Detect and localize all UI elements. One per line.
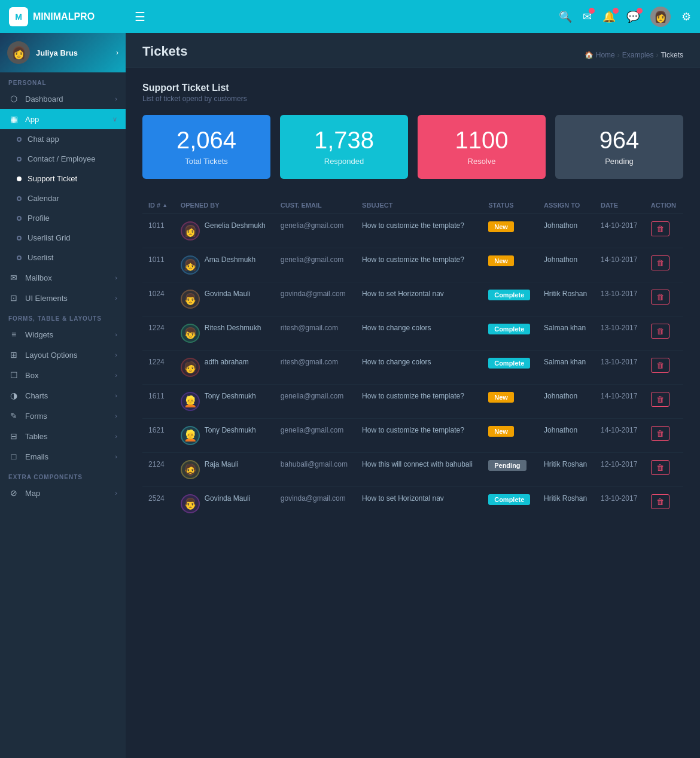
- cell-subject: How to change colors: [356, 316, 482, 351]
- sidebar-label-box: Box: [25, 371, 109, 380]
- sidebar-label-charts: Charts: [25, 391, 109, 400]
- delete-button[interactable]: 🗑: [651, 255, 669, 270]
- avatar-emoji: 👦: [184, 327, 197, 340]
- bell-icon-button[interactable]: 🔔: [602, 10, 616, 23]
- user-panel[interactable]: 👩 Juliya Brus ›: [0, 33, 126, 72]
- sidebar-item-tables[interactable]: ⊟ Tables ›: [0, 426, 126, 446]
- breadcrumb-current: Tickets: [661, 51, 683, 59]
- sidebar-item-box[interactable]: ☐ Box ›: [0, 365, 126, 385]
- breadcrumb-home: Home: [596, 51, 615, 59]
- sidebar-item-mailbox[interactable]: ✉ Mailbox ›: [0, 267, 126, 288]
- opener-name: Tony Deshmukh: [205, 392, 256, 400]
- opener-name: Tony Deshmukh: [205, 426, 256, 434]
- status-badge: Pending: [488, 460, 526, 471]
- chat-icon-button[interactable]: 💬: [626, 10, 640, 23]
- opener-name: Genelia Deshmukh: [205, 221, 266, 230]
- status-badge: New: [488, 221, 514, 232]
- userlist-grid-dot: [17, 236, 22, 241]
- delete-button[interactable]: 🗑: [651, 358, 669, 373]
- sidebar-item-calendar[interactable]: Calendar: [0, 188, 126, 208]
- cell-status: Complete: [482, 487, 538, 521]
- sidebar-item-app[interactable]: ▦ App ∨: [0, 109, 126, 129]
- delete-button[interactable]: 🗑: [651, 392, 669, 407]
- status-badge: New: [488, 392, 514, 403]
- cell-date: 14-10-2017: [595, 385, 645, 419]
- opener-avatar: 🧔: [181, 460, 200, 479]
- sidebar-item-layout[interactable]: ⊞ Layout Options ›: [0, 345, 126, 365]
- sidebar-label-dashboard: Dashboard: [25, 95, 109, 103]
- cell-subject: How to set Horizontal nav: [356, 282, 482, 316]
- avatar-emoji: 👧: [184, 258, 197, 272]
- charts-chevron: ›: [115, 392, 117, 399]
- dashboard-icon: ⬡: [8, 94, 19, 103]
- delete-button[interactable]: 🗑: [651, 426, 669, 441]
- cell-assign: Hritik Roshan: [538, 282, 595, 316]
- sidebar-item-userlist-grid[interactable]: Userlist Grid: [0, 228, 126, 248]
- avatar-emoji: 🧔: [184, 463, 197, 476]
- sidebar-item-support-ticket[interactable]: Support Ticket: [0, 169, 126, 188]
- forms-icon: ✎: [8, 411, 19, 421]
- cell-opened-by: 🧔 Raja Mauli: [175, 453, 275, 487]
- breadcrumb-home-icon: 🏠: [585, 51, 594, 59]
- col-subject: Sbuject: [356, 197, 482, 214]
- cell-assign: Salman khan: [538, 316, 595, 351]
- sidebar-item-ui-elements[interactable]: ⊡ UI Elements ›: [0, 288, 126, 308]
- opener-name: Raja Mauli: [205, 460, 239, 468]
- app-name: MINIMALPRO: [33, 11, 95, 22]
- stat-cards: 2,064 Total Tickets 1,738 Responded 1100…: [142, 115, 683, 179]
- section-title: Support Ticket List: [142, 83, 683, 93]
- cell-subject: How to customize the template?: [356, 248, 482, 282]
- widgets-chevron: ›: [115, 331, 117, 338]
- mail-icon-button[interactable]: ✉: [583, 10, 592, 23]
- sidebar-item-userlist[interactable]: Userlist: [0, 248, 126, 267]
- sidebar-item-map[interactable]: ⊘ Map ›: [0, 483, 126, 503]
- status-badge: New: [488, 426, 514, 437]
- stat-card-total: 2,064 Total Tickets: [142, 115, 270, 179]
- avatar-emoji: 👱: [184, 395, 197, 408]
- sidebar-item-emails[interactable]: □ Emails ›: [0, 446, 126, 467]
- sidebar-item-contact-employee[interactable]: Contact / Employee: [0, 149, 126, 169]
- sidebar-item-dashboard[interactable]: ⬡ Dashboard ›: [0, 89, 126, 109]
- delete-button[interactable]: 🗑: [651, 494, 669, 509]
- hamburger-button[interactable]: ☰: [135, 10, 559, 24]
- section-label-extra: EXTRA COMPONENTS: [0, 467, 126, 483]
- cell-date: 14-10-2017: [595, 248, 645, 282]
- cell-action: 🗑: [645, 282, 683, 316]
- delete-button[interactable]: 🗑: [651, 460, 669, 475]
- delete-button[interactable]: 🗑: [651, 324, 669, 339]
- cell-id: 1224: [142, 351, 175, 385]
- opener-avatar: 👧: [181, 255, 200, 275]
- stat-number-resolve: 1100: [455, 128, 509, 152]
- cell-id: 1621: [142, 419, 175, 453]
- cell-opened-by: 🧑 adfh abraham: [175, 351, 275, 385]
- user-avatar-nav[interactable]: 👩: [650, 7, 671, 27]
- sidebar-item-chat-app[interactable]: Chat app: [0, 129, 126, 149]
- sidebar-item-profile[interactable]: Profile: [0, 208, 126, 228]
- col-assign: Assign to: [538, 197, 595, 214]
- cell-status: New: [482, 419, 538, 453]
- opener-avatar: 👩: [181, 221, 200, 241]
- breadcrumb: 🏠 Home › Examples › Tickets: [585, 51, 683, 59]
- cell-action: 🗑: [645, 419, 683, 453]
- cell-action: 🗑: [645, 214, 683, 248]
- cell-action: 🗑: [645, 248, 683, 282]
- search-icon-button[interactable]: 🔍: [559, 10, 572, 23]
- userlist-dot: [17, 255, 22, 260]
- sidebar-item-forms[interactable]: ✎ Forms ›: [0, 406, 126, 426]
- sidebar-label-chat-app: Chat app: [28, 135, 117, 144]
- cell-assign: Hritik Roshan: [538, 453, 595, 487]
- gear-icon-button[interactable]: ⚙: [681, 10, 691, 23]
- delete-button[interactable]: 🗑: [651, 290, 669, 305]
- sidebar-label-ui: UI Elements: [25, 294, 109, 303]
- table-row: 2524 👨 Govinda Mauli govinda@gmail.com H…: [142, 487, 683, 521]
- sort-arrow: ▲: [162, 202, 168, 208]
- col-action: Action: [645, 197, 683, 214]
- sidebar-item-charts[interactable]: ◑ Charts ›: [0, 385, 126, 406]
- ui-icon: ⊡: [8, 293, 19, 303]
- sidebar-item-widgets[interactable]: ≡ Widgets ›: [0, 324, 126, 345]
- delete-button[interactable]: 🗑: [651, 221, 669, 236]
- cell-assign: Johnathon: [538, 248, 595, 282]
- cell-email: govinda@gmail.com: [275, 487, 356, 521]
- cell-opened-by: 👨 Govinda Mauli: [175, 282, 275, 316]
- cell-status: New: [482, 248, 538, 282]
